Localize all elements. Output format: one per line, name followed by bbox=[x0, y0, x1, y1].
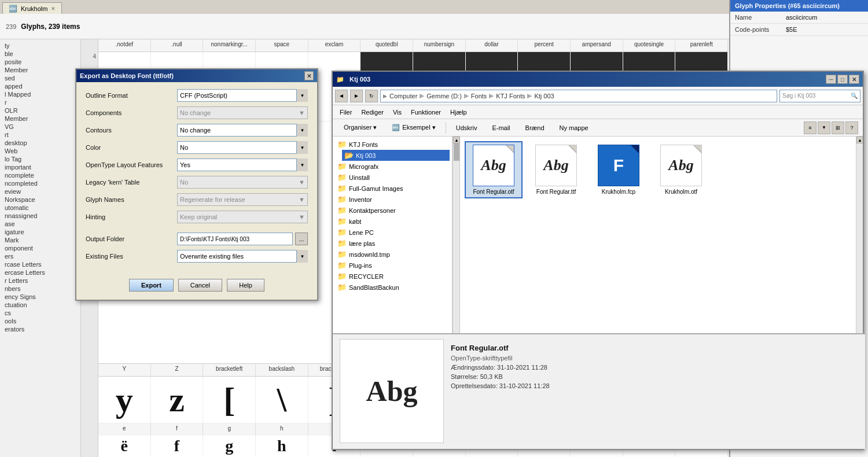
cancel-button[interactable]: Cancel bbox=[178, 279, 222, 292]
tree-scroll-thumb[interactable] bbox=[454, 143, 459, 161]
tree-micrografx[interactable]: 📁 Micrografx bbox=[335, 161, 450, 172]
sidebar-item-mapped[interactable]: l Mapped bbox=[2, 90, 78, 98]
help-button[interactable]: Help bbox=[227, 279, 264, 292]
sidebar-item-r-letters[interactable]: r Letters bbox=[2, 277, 78, 285]
sidebar-item-sed[interactable]: sed bbox=[2, 74, 78, 82]
sidebar-item-punctuation[interactable]: ctuation bbox=[2, 301, 78, 309]
sidebar-item-member2[interactable]: Member bbox=[2, 115, 78, 123]
sidebar-item-rcase[interactable]: rcase Letters bbox=[2, 260, 78, 268]
menu-vis[interactable]: Vis bbox=[388, 108, 406, 117]
tree-full-gamut[interactable]: 📁 Full-Gamut Images bbox=[335, 183, 450, 194]
explorer-close-button[interactable]: ✕ bbox=[849, 75, 859, 84]
bc-ktj-fonts[interactable]: KTJ Fonts bbox=[496, 93, 525, 99]
tree-scroll-up[interactable]: ▲ bbox=[453, 137, 460, 143]
menu-rediger[interactable]: Rediger bbox=[356, 108, 388, 117]
glyph-y[interactable]: y bbox=[98, 377, 151, 423]
braend-button[interactable]: Brænd bbox=[519, 123, 551, 133]
tree-kobt[interactable]: 📁 købt bbox=[335, 216, 450, 227]
bc-drive[interactable]: Gemme (D:) bbox=[426, 93, 462, 99]
krukholm-tab[interactable]: 🔤 Krukholm ✕ bbox=[2, 2, 62, 14]
sidebar-item-unassigned[interactable]: nnassigned bbox=[2, 212, 78, 220]
sidebar-item-member1[interactable]: Member bbox=[2, 66, 78, 74]
organiser-button[interactable]: Organiser ▾ bbox=[337, 122, 383, 133]
sidebar-item-completed[interactable]: ncompleted bbox=[2, 179, 78, 187]
tree-ktj-fonts[interactable]: 📁 KTJ Fonts bbox=[335, 139, 450, 150]
sidebar-item-tools[interactable]: ools bbox=[2, 317, 78, 325]
eksempel-button[interactable]: 🔤Eksempel ▾ bbox=[385, 122, 442, 133]
search-box[interactable]: Søg i Ktj 003 🔍 bbox=[779, 90, 860, 102]
glyph-backslash[interactable]: \ bbox=[256, 377, 308, 423]
refresh-button[interactable]: ↻ bbox=[365, 90, 378, 102]
menu-hjaelp[interactable]: Hjælp bbox=[446, 108, 472, 117]
sidebar-item-desktop[interactable]: desktop bbox=[2, 139, 78, 147]
sidebar-item-important[interactable]: important bbox=[2, 163, 78, 171]
tree-plug-ins[interactable]: 📁 Plug-ins bbox=[335, 260, 450, 271]
browse-folder-button[interactable]: ... bbox=[295, 233, 308, 245]
glyph-h[interactable]: h bbox=[256, 436, 308, 456]
file-font-regular-ttf[interactable]: Abg Font Regular.ttf bbox=[527, 141, 585, 198]
glyph-e[interactable]: ë bbox=[98, 436, 151, 456]
export-dialog-close-button[interactable]: ✕ bbox=[304, 71, 314, 80]
sidebar-item-incomplete[interactable]: ncomplete bbox=[2, 171, 78, 179]
files-scroll-up[interactable]: ▲ bbox=[856, 137, 863, 143]
sidebar-item-nbers[interactable]: nbers bbox=[2, 285, 78, 293]
tree-uinstall[interactable]: 📁 Uinstall bbox=[335, 172, 450, 183]
sidebar-item-currency[interactable]: ency Signs bbox=[2, 293, 78, 301]
tree-recycler[interactable]: 📁 RECYCLER bbox=[335, 271, 450, 282]
sidebar-item-mark[interactable]: Mark bbox=[2, 236, 78, 244]
tree-inventor[interactable]: 📁 Inventor bbox=[335, 194, 450, 205]
export-button[interactable]: Export bbox=[129, 279, 174, 292]
file-krukholm-otf[interactable]: Abg Krukholm.otf bbox=[652, 141, 710, 198]
contours-select[interactable]: No change bbox=[177, 124, 308, 137]
sidebar-item-automatic[interactable]: utomatic bbox=[2, 204, 78, 212]
sidebar-item-cs[interactable]: cs bbox=[2, 309, 78, 317]
tab-close-icon[interactable]: ✕ bbox=[51, 6, 56, 12]
bc-computer[interactable]: Computer bbox=[389, 93, 417, 99]
tree-laere-plas[interactable]: 📁 lære plas bbox=[335, 238, 450, 249]
tree-lene-pc[interactable]: 📁 Lene PC bbox=[335, 227, 450, 238]
ny-mappe-button[interactable]: Ny mappe bbox=[553, 123, 595, 133]
sidebar-item-lotag[interactable]: lo Tag bbox=[2, 155, 78, 163]
menu-filer[interactable]: Filer bbox=[335, 108, 356, 117]
outline-format-select[interactable]: CFF (PostScript) bbox=[177, 89, 308, 102]
sidebar-item-olr[interactable]: OLR bbox=[2, 106, 78, 115]
sidebar-item-ercase[interactable]: ercase Letters bbox=[2, 268, 78, 277]
view-dropdown-button[interactable]: ▼ bbox=[818, 121, 830, 134]
sidebar-item-r[interactable]: r bbox=[2, 98, 78, 106]
tree-kontaktpersoner[interactable]: 📁 Kontaktpersoner bbox=[335, 205, 450, 216]
sidebar-item-rt[interactable]: rt bbox=[2, 131, 78, 139]
maximize-button[interactable]: □ bbox=[837, 75, 848, 84]
color-select[interactable]: No bbox=[177, 141, 308, 154]
file-krukholm-fcp[interactable]: F Krukholm.fcp bbox=[590, 141, 648, 198]
email-button[interactable]: E-mail bbox=[486, 123, 516, 133]
sidebar-item-apped[interactable]: apped bbox=[2, 82, 78, 90]
glyph-z[interactable]: z bbox=[151, 377, 204, 423]
sidebar-item-posite[interactable]: posite bbox=[2, 58, 78, 66]
opentype-select[interactable]: Yes bbox=[177, 159, 308, 171]
sidebar-item-review[interactable]: eview bbox=[2, 187, 78, 196]
output-folder-input[interactable] bbox=[177, 233, 293, 245]
sidebar-item-workspace[interactable]: Norkspace bbox=[2, 196, 78, 204]
sidebar-item-ers[interactable]: ers bbox=[2, 252, 78, 260]
menu-funktioner[interactable]: Funktioner bbox=[406, 108, 446, 117]
sidebar-item-operators[interactable]: erators bbox=[2, 325, 78, 333]
view-list-button[interactable]: ≡ bbox=[804, 121, 816, 134]
tree-msdownld[interactable]: 📁 msdownld.tmp bbox=[335, 249, 450, 260]
back-button[interactable]: ◄ bbox=[335, 90, 348, 102]
sidebar-item-component[interactable]: omponent bbox=[2, 244, 78, 252]
existing-files-select[interactable]: Overwrite existing files bbox=[177, 250, 308, 263]
sidebar-item-ligature[interactable]: igature bbox=[2, 228, 78, 236]
minimize-button[interactable]: ─ bbox=[826, 75, 836, 84]
sidebar-item-ase[interactable]: ase bbox=[2, 220, 78, 228]
help-icon-button[interactable]: ? bbox=[845, 121, 858, 134]
view-details-button[interactable]: ⊞ bbox=[832, 121, 844, 134]
udskriv-button[interactable]: Udskriv bbox=[450, 123, 484, 133]
bc-fonts[interactable]: Fonts bbox=[471, 93, 487, 99]
glyph-bracketleft[interactable]: [ bbox=[203, 377, 256, 423]
tree-sandblast[interactable]: 📁 SandBlastBackun bbox=[335, 282, 450, 293]
bc-ktj-003[interactable]: Ktj 003 bbox=[534, 93, 554, 99]
sidebar-item-ble[interactable]: ble bbox=[2, 50, 78, 58]
forward-button[interactable]: ► bbox=[350, 90, 363, 102]
sidebar-item-ty[interactable]: ty bbox=[2, 42, 78, 50]
sidebar-item-web[interactable]: Web bbox=[2, 147, 78, 155]
